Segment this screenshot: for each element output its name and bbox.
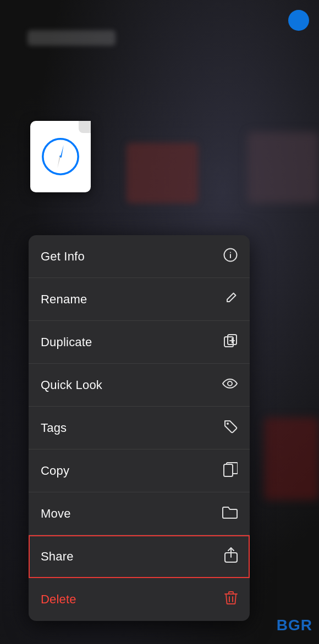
- menu-item-quick-look-label: Quick Look: [41, 378, 102, 392]
- svg-point-12: [227, 423, 229, 425]
- safari-file-icon: [30, 121, 91, 192]
- menu-item-get-info[interactable]: Get Info: [29, 235, 250, 278]
- menu-item-copy-label: Copy: [41, 464, 69, 478]
- menu-item-copy[interactable]: Copy: [29, 449, 250, 492]
- svg-rect-6: [230, 252, 231, 253]
- file-icon-container: [30, 121, 91, 192]
- bgr-r-letter: R: [301, 617, 312, 634]
- info-icon: [223, 248, 238, 265]
- background-image-1: [127, 143, 198, 203]
- trash-icon: [224, 590, 238, 609]
- menu-item-delete-label: Delete: [41, 592, 76, 607]
- folder-icon: [222, 506, 238, 522]
- menu-item-share[interactable]: Share: [29, 535, 250, 578]
- menu-item-tags-label: Tags: [41, 421, 67, 435]
- bgr-g-letter: G: [288, 617, 301, 634]
- tag-icon: [223, 419, 238, 437]
- menu-item-share-label: Share: [41, 549, 74, 564]
- blurred-title: [28, 30, 116, 46]
- menu-item-get-info-label: Get Info: [41, 249, 85, 264]
- svg-marker-2: [61, 145, 64, 157]
- svg-marker-3: [57, 157, 61, 168]
- bgr-b-letter: B: [277, 617, 288, 634]
- safari-compass-svg: [41, 137, 80, 176]
- top-right-button[interactable]: [288, 10, 309, 31]
- menu-item-tags[interactable]: Tags: [29, 407, 250, 449]
- eye-icon: [222, 378, 238, 392]
- duplicate-icon: [223, 334, 238, 351]
- background-image-2: [248, 132, 319, 203]
- share-icon: [224, 547, 238, 566]
- menu-item-duplicate-label: Duplicate: [41, 335, 92, 349]
- menu-item-duplicate[interactable]: Duplicate: [29, 321, 250, 364]
- svg-rect-5: [230, 254, 231, 258]
- bgr-watermark: B G R: [277, 617, 312, 634]
- menu-item-rename[interactable]: Rename: [29, 278, 250, 321]
- rename-icon: [224, 291, 238, 308]
- background-image-3: [264, 418, 319, 500]
- menu-item-move[interactable]: Move: [29, 492, 250, 535]
- menu-item-delete[interactable]: Delete: [29, 578, 250, 621]
- menu-item-move-label: Move: [41, 507, 71, 521]
- svg-point-11: [228, 381, 232, 386]
- context-menu: Get Info Rename Duplicate: [29, 235, 250, 621]
- copy-icon: [223, 462, 238, 480]
- menu-item-quick-look[interactable]: Quick Look: [29, 364, 250, 407]
- menu-item-rename-label: Rename: [41, 292, 87, 307]
- svg-rect-13: [224, 464, 233, 476]
